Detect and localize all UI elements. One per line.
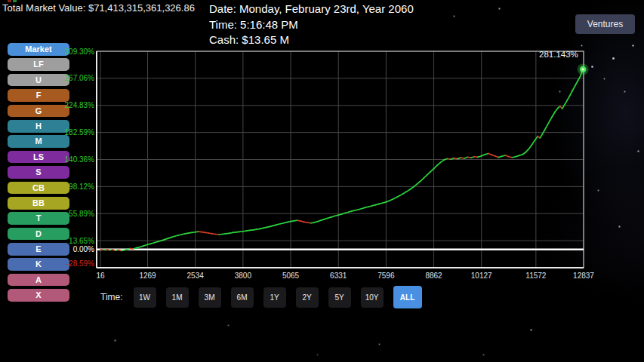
- y-axis-tick-label: 224.83%: [65, 101, 95, 109]
- series-segment: [528, 145, 532, 149]
- time-range-1w-button[interactable]: 1W: [134, 287, 156, 308]
- series-segment: [417, 182, 420, 185]
- series-segment: [565, 100, 567, 105]
- end-point-dot-core: [581, 68, 584, 70]
- time-controls: Time: 1W1M3M6M1Y2Y5Y10YALL: [100, 285, 422, 309]
- y-axis-tick-label: 140.36%: [65, 155, 95, 164]
- time-range-buttons: 1W1M3M6M1Y2Y5Y10YALL: [134, 286, 422, 308]
- time-range-label: Time:: [100, 292, 123, 302]
- x-axis-tick-label: 3800: [235, 272, 252, 280]
- series-segment: [550, 116, 552, 121]
- series-segment: [424, 175, 427, 178]
- series-segment: [525, 149, 528, 152]
- time-range-6m-button[interactable]: 6M: [231, 287, 254, 308]
- time-range-1m-button[interactable]: 1M: [166, 287, 189, 308]
- series-segment: [555, 109, 557, 112]
- x-axis-tick-label: 12837: [573, 272, 594, 280]
- series-segment: [430, 169, 434, 172]
- y-axis-tick-label: 55.89%: [69, 210, 94, 218]
- x-axis-tick-label: 7596: [377, 272, 395, 280]
- y-axis-tick-label: 98.12%: [69, 183, 94, 191]
- time-range-all-button[interactable]: ALL: [393, 286, 422, 308]
- time-range-3m-button[interactable]: 3M: [199, 287, 221, 308]
- series-segment: [532, 140, 535, 145]
- series-segment: [553, 112, 555, 116]
- x-axis-tick-label: 8862: [425, 272, 442, 280]
- y-axis-tick-label: 13.65%: [69, 237, 94, 245]
- game-screen: Total Market Value: $71,413,315,361,326.…: [0, 0, 644, 362]
- series-segment: [570, 90, 572, 96]
- series-segment: [421, 178, 424, 181]
- series-segment: [437, 162, 440, 165]
- series-segment: [143, 244, 147, 246]
- x-axis-tick-label: 11572: [525, 272, 547, 280]
- series-segment: [544, 125, 547, 130]
- time-range-10y-button[interactable]: 10Y: [361, 287, 384, 308]
- y-axis-tick-label: 0.00%: [73, 245, 94, 253]
- time-range-2y-button[interactable]: 2Y: [296, 287, 319, 308]
- y-axis-tick-label: 267.06%: [65, 74, 95, 82]
- y-axis-tick-label: 309.30%: [65, 48, 95, 56]
- x-axis-tick-label: 2534: [187, 272, 205, 280]
- series-segment: [427, 172, 430, 175]
- x-axis-tick-label: 5065: [282, 272, 300, 280]
- series-segment: [547, 121, 550, 125]
- series-segment: [567, 96, 569, 100]
- chart-end-value-label: 281.143%: [539, 50, 578, 59]
- y-axis-tick-label: -28.59%: [66, 259, 94, 268]
- series-segment: [575, 81, 578, 85]
- x-axis-tick-label: 10127: [471, 272, 492, 280]
- series-segment: [572, 86, 575, 90]
- time-range-1y-button[interactable]: 1Y: [263, 287, 286, 308]
- x-axis-tick-label: 16: [96, 272, 105, 280]
- x-axis-tick-label: 1269: [139, 272, 156, 280]
- time-range-5y-button[interactable]: 5Y: [328, 287, 351, 308]
- x-axis-tick-label: 6331: [330, 272, 347, 280]
- series-segment: [434, 165, 437, 168]
- y-axis-tick-label: 182.59%: [65, 128, 95, 137]
